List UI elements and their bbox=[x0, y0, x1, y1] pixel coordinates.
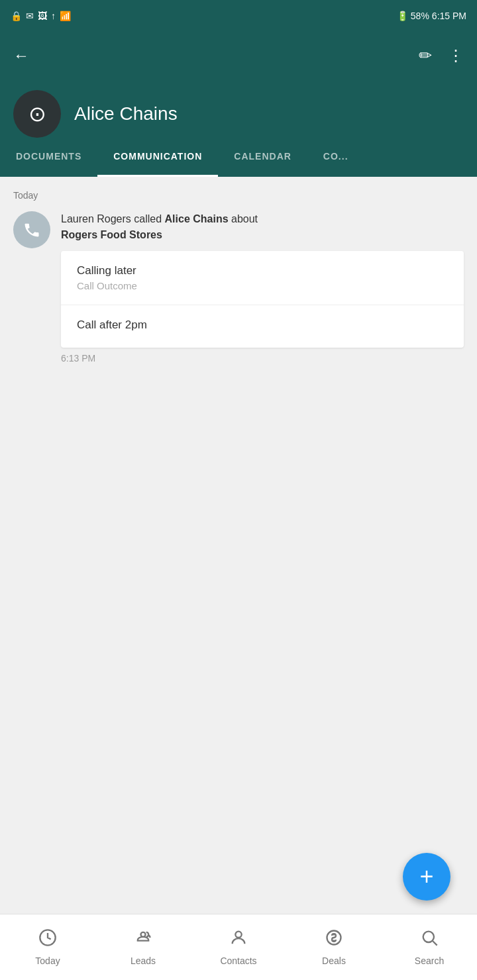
call-outcome-card: Calling later Call Outcome Call after 2p… bbox=[61, 251, 464, 348]
content-area: Today Lauren Rogers called Alice Chains … bbox=[0, 177, 477, 773]
svg-point-1 bbox=[235, 932, 241, 938]
time-display: 6:15 PM bbox=[432, 11, 466, 21]
add-button[interactable]: + bbox=[403, 853, 450, 901]
svg-line-4 bbox=[433, 941, 437, 945]
tab-communication[interactable]: COMMUNICATION bbox=[97, 138, 218, 177]
more-options-icon: ⋮ bbox=[448, 46, 464, 64]
nav-search-label: Search bbox=[415, 956, 444, 966]
phone-icon bbox=[23, 220, 41, 239]
more-options-button[interactable]: ⋮ bbox=[448, 46, 464, 65]
edit-button[interactable]: ✏ bbox=[419, 46, 432, 65]
search-icon bbox=[420, 928, 439, 952]
nav-today[interactable]: Today bbox=[0, 922, 95, 973]
nav-contacts-label: Contacts bbox=[220, 956, 256, 966]
nav-leads[interactable]: Leads bbox=[95, 922, 191, 973]
nav-contacts[interactable]: Contacts bbox=[191, 922, 286, 973]
tab-calendar[interactable]: CALENDAR bbox=[218, 138, 307, 177]
status-right-icons: 🔋 58% 6:15 PM bbox=[397, 11, 466, 21]
profile-name: Alice Chains bbox=[74, 103, 178, 124]
mail-icon: ✉ bbox=[26, 11, 34, 21]
edit-icon: ✏ bbox=[419, 46, 432, 64]
card-item-calling-later-title: Calling later bbox=[77, 264, 448, 277]
card-item-calling-later-sub: Call Outcome bbox=[77, 280, 448, 291]
nav-search[interactable]: Search bbox=[382, 922, 477, 973]
status-bar: 🔒 ✉ 🖼 ↑ 📶 🔋 58% 6:15 PM bbox=[0, 0, 477, 32]
tabs-container: DOCUMENTS COMMUNICATION CALENDAR CO... bbox=[0, 138, 477, 177]
avatar: ⊙ bbox=[13, 90, 61, 138]
leads-icon bbox=[134, 928, 152, 952]
section-label: Today bbox=[13, 190, 464, 201]
nav-leads-label: Leads bbox=[131, 956, 156, 966]
battery-icon: 🔋 bbox=[397, 11, 408, 21]
comm-description: Lauren Rogers called Alice Chains about … bbox=[61, 211, 464, 243]
card-item-call-after[interactable]: Call after 2pm bbox=[61, 305, 464, 348]
card-item-calling-later[interactable]: Calling later Call Outcome bbox=[61, 251, 464, 305]
bottom-nav: Today Leads Contacts Deals bbox=[0, 914, 477, 980]
back-button[interactable]: ← bbox=[13, 46, 29, 65]
call-icon-circle bbox=[13, 211, 50, 248]
contacts-icon bbox=[229, 928, 248, 952]
tab-documents[interactable]: DOCUMENTS bbox=[0, 138, 97, 177]
avatar-icon: ⊙ bbox=[28, 101, 46, 126]
tab-contacts[interactable]: CO... bbox=[307, 138, 364, 177]
svg-point-3 bbox=[423, 932, 434, 942]
upload-icon: ↑ bbox=[51, 11, 56, 21]
top-bar: ← ✏ ⋮ bbox=[0, 32, 477, 79]
nav-deals[interactable]: Deals bbox=[286, 922, 382, 973]
comm-time: 6:13 PM bbox=[61, 353, 464, 364]
today-icon bbox=[38, 928, 57, 952]
nav-deals-label: Deals bbox=[322, 956, 346, 966]
nav-today-label: Today bbox=[35, 956, 60, 966]
comm-content: Lauren Rogers called Alice Chains about … bbox=[61, 211, 464, 364]
wifi-icon: 📶 bbox=[60, 11, 71, 21]
deals-icon bbox=[325, 928, 343, 952]
status-left-icons: 🔒 ✉ 🖼 ↑ 📶 bbox=[11, 11, 71, 21]
add-icon: + bbox=[419, 865, 433, 889]
top-bar-actions: ✏ ⋮ bbox=[419, 46, 464, 65]
back-icon: ← bbox=[13, 46, 29, 64]
profile-header: ⊙ Alice Chains bbox=[0, 79, 477, 138]
battery-percent: 58% bbox=[411, 11, 429, 21]
image-icon: 🖼 bbox=[38, 11, 47, 21]
card-item-call-after-title: Call after 2pm bbox=[77, 318, 448, 332]
lock-icon: 🔒 bbox=[11, 11, 22, 21]
communication-item: Lauren Rogers called Alice Chains about … bbox=[13, 211, 464, 364]
